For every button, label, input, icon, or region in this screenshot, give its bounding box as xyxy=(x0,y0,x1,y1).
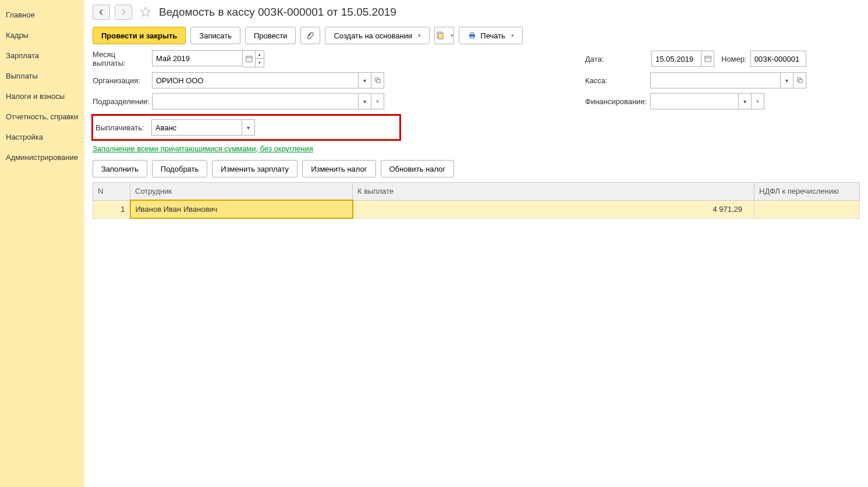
table-row[interactable]: 1 Иванов Иван Иванович 4 971,29 xyxy=(93,200,860,218)
svg-rect-12 xyxy=(799,79,802,83)
sidebar-item-payments[interactable]: Выплаты xyxy=(0,66,84,86)
col-header-ndfl[interactable]: НДФЛ к перечислению xyxy=(754,183,860,201)
pick-button[interactable]: Подобрать xyxy=(152,160,207,177)
sidebar: Главное Кадры Зарплата Выплаты Налоги и … xyxy=(0,0,84,487)
cell-n[interactable]: 1 xyxy=(93,200,130,218)
svg-rect-4 xyxy=(470,37,474,38)
sidebar-item-hr[interactable]: Кадры xyxy=(0,25,84,45)
back-button[interactable] xyxy=(93,5,110,20)
finance-label: Финансирование: xyxy=(585,97,647,106)
dept-input[interactable] xyxy=(152,93,359,109)
date-calendar-button[interactable] xyxy=(702,51,714,67)
pay-type-input[interactable] xyxy=(151,119,242,136)
edit-tax-button[interactable]: Изменить налог xyxy=(302,160,375,177)
pay-type-dropdown-button[interactable]: ▾ xyxy=(242,119,255,136)
create-based-button[interactable]: Создать на основании xyxy=(325,27,430,44)
kassa-dropdown-button[interactable]: ▾ xyxy=(781,72,793,88)
open-icon xyxy=(375,77,381,83)
dept-dropdown-button[interactable]: ▾ xyxy=(359,93,371,109)
dept-clear-button[interactable]: × xyxy=(371,93,384,109)
paperclip-icon xyxy=(306,31,315,40)
arrow-left-icon xyxy=(97,8,105,16)
open-icon xyxy=(797,77,803,83)
update-tax-button[interactable]: Обновить налог xyxy=(381,160,455,177)
col-header-pay[interactable]: К выплате xyxy=(353,183,754,201)
attach-button[interactable] xyxy=(300,27,320,44)
kassa-label: Касса: xyxy=(585,76,647,85)
calendar-icon xyxy=(704,55,711,62)
sidebar-item-settings[interactable]: Настройка xyxy=(0,127,84,147)
print-button[interactable]: Печать xyxy=(459,27,523,44)
svg-rect-3 xyxy=(470,33,474,34)
cell-ndfl[interactable] xyxy=(754,200,860,218)
fill-button[interactable]: Заполнить xyxy=(93,160,147,177)
employees-table: N Сотрудник К выплате НДФЛ к перечислени… xyxy=(93,182,860,219)
post-and-close-button[interactable]: Провести и закрыть xyxy=(93,27,186,44)
main-content: Ведомость в кассу 00ЗК-000001 от 15.05.2… xyxy=(84,0,868,487)
date-input[interactable] xyxy=(651,51,702,67)
page-title: Ведомость в кассу 00ЗК-000001 от 15.05.2… xyxy=(159,6,396,19)
calendar-icon xyxy=(246,55,253,62)
month-down-button[interactable]: ▾ xyxy=(256,59,264,67)
number-label: Номер: xyxy=(721,55,747,63)
col-header-n[interactable]: N xyxy=(93,183,130,201)
edit-salary-button[interactable]: Изменить зарплату xyxy=(212,160,297,177)
table-toolbar: Заполнить Подобрать Изменить зарплату Из… xyxy=(84,158,868,182)
svg-rect-10 xyxy=(377,79,380,83)
col-header-employee[interactable]: Сотрудник xyxy=(130,183,353,201)
forward-button[interactable] xyxy=(115,5,132,20)
post-button[interactable]: Провести xyxy=(245,27,296,44)
print-label: Печать xyxy=(480,31,505,40)
header: Ведомость в кассу 00ЗК-000001 от 15.05.2… xyxy=(84,0,868,23)
document-icon xyxy=(435,31,445,40)
org-open-button[interactable] xyxy=(371,72,384,88)
svg-rect-5 xyxy=(246,56,251,62)
cell-employee[interactable]: Иванов Иван Иванович xyxy=(130,200,353,218)
svg-rect-1 xyxy=(438,33,443,39)
kassa-open-button[interactable] xyxy=(793,72,806,88)
finance-clear-button[interactable]: × xyxy=(752,93,764,109)
main-toolbar: Провести и закрыть Записать Провести Соз… xyxy=(84,23,868,50)
pay-type-highlight: Выплачивать: ▾ xyxy=(91,114,401,141)
month-label: Месяц выплаты: xyxy=(93,50,148,67)
sidebar-item-salary[interactable]: Зарплата xyxy=(0,45,84,66)
form-area: Месяц выплаты: ▴ ▾ Дата: xyxy=(84,50,868,158)
pay-label: Выплачивать: xyxy=(95,123,151,132)
sidebar-item-taxes[interactable]: Налоги и взносы xyxy=(0,86,84,106)
table-container: N Сотрудник К выплате НДФЛ к перечислени… xyxy=(84,182,868,487)
arrow-right-icon xyxy=(119,8,127,16)
month-calendar-button[interactable] xyxy=(243,50,256,67)
dept-label: Подразделение: xyxy=(93,97,148,106)
svg-rect-7 xyxy=(704,56,710,62)
favorite-icon[interactable] xyxy=(139,6,152,19)
org-label: Организация: xyxy=(93,76,148,85)
cell-to-pay[interactable]: 4 971,29 xyxy=(353,200,754,218)
org-input[interactable] xyxy=(152,72,359,88)
kassa-input[interactable] xyxy=(650,72,781,88)
month-up-button[interactable]: ▴ xyxy=(256,51,264,59)
org-dropdown-button[interactable]: ▾ xyxy=(359,72,371,88)
month-input[interactable] xyxy=(152,50,243,66)
documents-button[interactable] xyxy=(434,27,454,44)
sidebar-item-main[interactable]: Главное xyxy=(0,5,84,25)
date-label: Дата: xyxy=(585,55,608,63)
finance-input[interactable] xyxy=(650,93,739,109)
fill-amounts-link[interactable]: Заполнение всеми причитающимися суммами,… xyxy=(93,143,313,158)
number-input[interactable] xyxy=(750,51,806,67)
sidebar-item-reports[interactable]: Отчетность, справки xyxy=(0,106,84,127)
printer-icon xyxy=(467,31,477,40)
sidebar-item-admin[interactable]: Администрирование xyxy=(0,147,84,168)
write-button[interactable]: Записать xyxy=(190,27,240,44)
finance-dropdown-button[interactable]: ▾ xyxy=(739,93,752,109)
